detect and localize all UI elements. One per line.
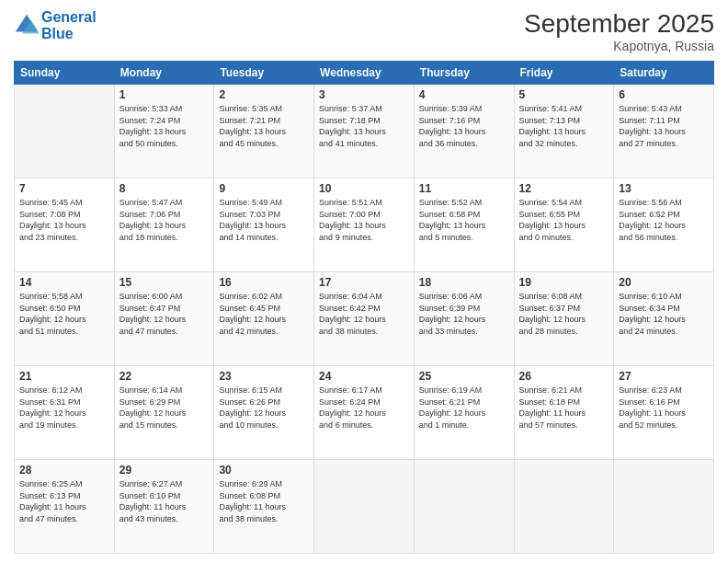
calendar-cell: 5Sunrise: 5:41 AM Sunset: 7:13 PM Daylig… (514, 85, 614, 178)
day-info: Sunrise: 5:47 AM Sunset: 7:06 PM Dayligh… (119, 197, 210, 243)
calendar-week-1: 1Sunrise: 5:33 AM Sunset: 7:24 PM Daylig… (15, 85, 714, 178)
day-number: 19 (519, 276, 609, 289)
calendar-cell: 25Sunrise: 6:19 AM Sunset: 6:21 PM Dayli… (414, 366, 514, 460)
calendar-cell: 22Sunrise: 6:14 AM Sunset: 6:29 PM Dayli… (114, 366, 214, 460)
day-number: 13 (619, 182, 709, 195)
day-number: 6 (619, 88, 709, 101)
calendar-cell: 28Sunrise: 6:25 AM Sunset: 6:13 PM Dayli… (15, 460, 115, 554)
calendar-cell: 13Sunrise: 5:56 AM Sunset: 6:52 PM Dayli… (614, 178, 714, 272)
day-number: 18 (419, 276, 509, 289)
day-info: Sunrise: 6:17 AM Sunset: 6:24 PM Dayligh… (319, 385, 409, 431)
day-number: 30 (219, 464, 309, 477)
col-saturday: Saturday (614, 62, 714, 85)
day-number: 8 (119, 182, 210, 195)
day-number: 5 (519, 88, 609, 101)
day-number: 12 (519, 182, 609, 195)
day-info: Sunrise: 6:02 AM Sunset: 6:45 PM Dayligh… (219, 291, 309, 337)
day-info: Sunrise: 5:52 AM Sunset: 6:58 PM Dayligh… (419, 197, 509, 243)
col-thursday: Thursday (414, 62, 514, 85)
location: Kapotnya, Russia (524, 39, 714, 53)
calendar-cell: 9Sunrise: 5:49 AM Sunset: 7:03 PM Daylig… (214, 178, 314, 272)
day-number: 27 (619, 370, 709, 383)
calendar-cell: 11Sunrise: 5:52 AM Sunset: 6:58 PM Dayli… (414, 178, 514, 272)
calendar-cell: 23Sunrise: 6:15 AM Sunset: 6:26 PM Dayli… (214, 366, 314, 460)
day-info: Sunrise: 6:19 AM Sunset: 6:21 PM Dayligh… (419, 385, 509, 431)
day-info: Sunrise: 5:54 AM Sunset: 6:55 PM Dayligh… (519, 197, 609, 243)
day-info: Sunrise: 6:14 AM Sunset: 6:29 PM Dayligh… (119, 385, 210, 431)
logo-icon (14, 13, 40, 39)
calendar-cell: 20Sunrise: 6:10 AM Sunset: 6:34 PM Dayli… (614, 272, 714, 366)
calendar-cell (314, 460, 415, 554)
title-block: September 2025 Kapotnya, Russia (524, 9, 714, 53)
col-sunday: Sunday (15, 62, 115, 85)
logo-line1: General (41, 9, 97, 26)
day-number: 29 (119, 464, 210, 477)
col-wednesday: Wednesday (314, 62, 415, 85)
day-number: 25 (419, 370, 509, 383)
day-number: 10 (319, 182, 409, 195)
day-number: 14 (19, 276, 109, 289)
calendar-cell: 27Sunrise: 6:23 AM Sunset: 6:16 PM Dayli… (614, 366, 714, 460)
calendar-cell: 21Sunrise: 6:12 AM Sunset: 6:31 PM Dayli… (15, 366, 115, 460)
calendar-cell (514, 460, 614, 554)
day-number: 23 (219, 370, 309, 383)
calendar-cell (414, 460, 514, 554)
day-info: Sunrise: 5:58 AM Sunset: 6:50 PM Dayligh… (19, 291, 109, 337)
day-number: 26 (519, 370, 609, 383)
day-number: 15 (119, 276, 210, 289)
day-number: 17 (319, 276, 409, 289)
calendar-cell: 2Sunrise: 5:35 AM Sunset: 7:21 PM Daylig… (214, 85, 314, 178)
day-info: Sunrise: 5:56 AM Sunset: 6:52 PM Dayligh… (619, 197, 709, 243)
day-number: 16 (219, 276, 309, 289)
logo-line2: Blue (41, 26, 97, 42)
day-info: Sunrise: 5:45 AM Sunset: 7:08 PM Dayligh… (19, 197, 109, 243)
day-number: 9 (219, 182, 309, 195)
calendar-cell (614, 460, 714, 554)
day-info: Sunrise: 6:27 AM Sunset: 6:10 PM Dayligh… (119, 478, 210, 524)
day-number: 21 (19, 370, 109, 383)
day-info: Sunrise: 6:29 AM Sunset: 6:08 PM Dayligh… (219, 478, 309, 524)
day-info: Sunrise: 5:51 AM Sunset: 7:00 PM Dayligh… (319, 197, 409, 243)
page: General Blue September 2025 Kapotnya, Ru… (0, 0, 728, 563)
day-number: 20 (619, 276, 709, 289)
day-number: 4 (419, 88, 509, 101)
calendar-cell: 30Sunrise: 6:29 AM Sunset: 6:08 PM Dayli… (214, 460, 314, 554)
day-number: 7 (19, 182, 109, 195)
day-info: Sunrise: 5:39 AM Sunset: 7:16 PM Dayligh… (419, 103, 509, 149)
day-number: 28 (19, 464, 109, 477)
calendar-cell: 19Sunrise: 6:08 AM Sunset: 6:37 PM Dayli… (514, 272, 614, 366)
day-info: Sunrise: 5:37 AM Sunset: 7:18 PM Dayligh… (319, 103, 409, 149)
day-info: Sunrise: 5:49 AM Sunset: 7:03 PM Dayligh… (219, 197, 309, 243)
day-number: 3 (319, 88, 409, 101)
calendar-week-3: 14Sunrise: 5:58 AM Sunset: 6:50 PM Dayli… (15, 272, 714, 366)
day-info: Sunrise: 5:43 AM Sunset: 7:11 PM Dayligh… (619, 103, 709, 149)
calendar-cell: 6Sunrise: 5:43 AM Sunset: 7:11 PM Daylig… (614, 85, 714, 178)
calendar-week-5: 28Sunrise: 6:25 AM Sunset: 6:13 PM Dayli… (15, 460, 714, 554)
col-friday: Friday (514, 62, 614, 85)
day-info: Sunrise: 6:15 AM Sunset: 6:26 PM Dayligh… (219, 385, 309, 431)
calendar-cell: 16Sunrise: 6:02 AM Sunset: 6:45 PM Dayli… (214, 272, 314, 366)
calendar-cell: 4Sunrise: 5:39 AM Sunset: 7:16 PM Daylig… (414, 85, 514, 178)
day-info: Sunrise: 6:10 AM Sunset: 6:34 PM Dayligh… (619, 291, 709, 337)
calendar-cell: 1Sunrise: 5:33 AM Sunset: 7:24 PM Daylig… (114, 85, 214, 178)
header: General Blue September 2025 Kapotnya, Ru… (14, 9, 714, 53)
day-number: 2 (219, 88, 309, 101)
day-info: Sunrise: 6:21 AM Sunset: 6:18 PM Dayligh… (519, 385, 609, 431)
day-number: 22 (119, 370, 210, 383)
calendar-cell: 15Sunrise: 6:00 AM Sunset: 6:47 PM Dayli… (114, 272, 214, 366)
day-number: 24 (319, 370, 409, 383)
calendar-cell: 17Sunrise: 6:04 AM Sunset: 6:42 PM Dayli… (314, 272, 415, 366)
calendar-cell: 26Sunrise: 6:21 AM Sunset: 6:18 PM Dayli… (514, 366, 614, 460)
calendar-cell: 18Sunrise: 6:06 AM Sunset: 6:39 PM Dayli… (414, 272, 514, 366)
day-info: Sunrise: 5:35 AM Sunset: 7:21 PM Dayligh… (219, 103, 309, 149)
logo-text: General Blue (41, 9, 97, 42)
day-info: Sunrise: 6:06 AM Sunset: 6:39 PM Dayligh… (419, 291, 509, 337)
calendar-cell: 7Sunrise: 5:45 AM Sunset: 7:08 PM Daylig… (15, 178, 115, 272)
day-info: Sunrise: 5:33 AM Sunset: 7:24 PM Dayligh… (119, 103, 210, 149)
day-info: Sunrise: 6:08 AM Sunset: 6:37 PM Dayligh… (519, 291, 609, 337)
col-monday: Monday (114, 62, 214, 85)
calendar-cell: 3Sunrise: 5:37 AM Sunset: 7:18 PM Daylig… (314, 85, 415, 178)
calendar-cell: 8Sunrise: 5:47 AM Sunset: 7:06 PM Daylig… (114, 178, 214, 272)
day-info: Sunrise: 6:25 AM Sunset: 6:13 PM Dayligh… (19, 478, 109, 524)
calendar-cell (15, 85, 115, 178)
